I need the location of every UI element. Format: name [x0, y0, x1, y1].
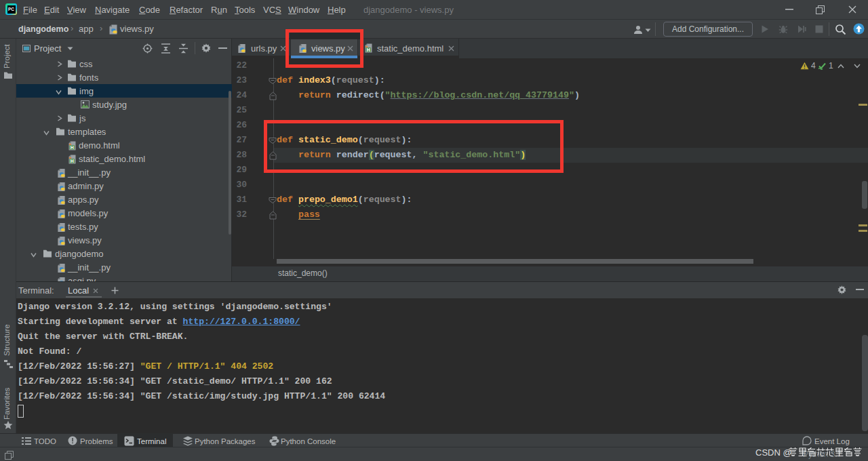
svg-text:H: H [367, 47, 370, 52]
svg-text:H: H [71, 145, 74, 150]
svg-text:H: H [71, 159, 74, 163]
